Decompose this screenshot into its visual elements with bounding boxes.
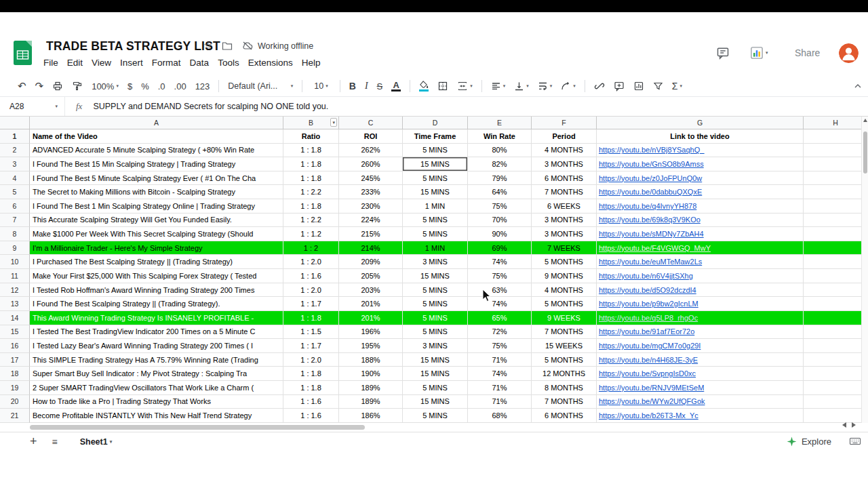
video-link[interactable]: https://youtu.be/0dabbuQXQxE	[599, 188, 702, 196]
explore-button[interactable]: Explore	[786, 436, 831, 447]
cell-B8[interactable]: 1 : 1.2	[283, 227, 339, 241]
row-header-18[interactable]: 18	[0, 367, 30, 381]
cell-D18[interactable]: 15 MINS	[403, 367, 468, 381]
cell-B16[interactable]: 1 : 1.7	[283, 339, 339, 353]
cell-E20[interactable]: 71%	[468, 395, 532, 409]
cell-C20[interactable]: 189%	[339, 395, 403, 409]
format-percent-button[interactable]: %	[141, 81, 149, 92]
cell-G10[interactable]: https://youtu.be/euMTeMaw2Ls	[597, 255, 804, 269]
hide-menus-button[interactable]	[853, 81, 863, 94]
row-header-14[interactable]: 14	[0, 311, 30, 325]
menu-file[interactable]: File	[43, 58, 58, 68]
cell-E8[interactable]: 90%	[468, 227, 532, 241]
menu-view[interactable]: View	[92, 58, 111, 68]
cell-H9[interactable]	[804, 241, 868, 256]
cell-F21[interactable]: 6 MONTHS	[532, 409, 597, 423]
print-button[interactable]	[52, 81, 63, 92]
cell-F20[interactable]: 7 MONTHS	[532, 395, 597, 409]
insights-chart-icon[interactable]: ▾	[750, 46, 768, 60]
cell-C16[interactable]: 195%	[339, 339, 403, 353]
cell-C5[interactable]: 233%	[339, 185, 403, 199]
row-header-10[interactable]: 10	[0, 255, 30, 269]
row-header-21[interactable]: 21	[0, 409, 30, 423]
cell-A5[interactable]: The Secret to Making Millions with Bitco…	[30, 185, 283, 199]
cell-A13[interactable]: I Found The Best Scalping Strategy || (T…	[30, 297, 283, 311]
redo-button[interactable]: ↷	[35, 80, 44, 92]
row-header-9[interactable]: 9	[0, 241, 30, 256]
create-filter-button[interactable]	[653, 81, 663, 91]
cell-H6[interactable]	[804, 199, 868, 214]
cell-C2[interactable]: 262%	[339, 144, 403, 158]
cell-H2[interactable]	[804, 144, 868, 158]
cell-D4[interactable]: 5 MINS	[403, 171, 468, 186]
horizontal-scroll-thumb[interactable]	[30, 425, 365, 430]
star-icon[interactable]: ☆	[203, 39, 212, 52]
column-header-F[interactable]: F	[532, 117, 597, 129]
video-link[interactable]: https://youtu.be/69k8q3V9KOo	[599, 216, 701, 224]
video-link[interactable]: https://youtu.be/q4IvnyYH878	[599, 202, 696, 210]
cell-D11[interactable]: 15 MINS	[403, 269, 468, 283]
borders-button[interactable]	[437, 81, 448, 92]
insert-chart-button[interactable]	[633, 81, 644, 92]
cell-G17[interactable]: https://youtu.be/n4H68JE-3yE	[597, 353, 804, 367]
cell-E19[interactable]: 71%	[468, 381, 532, 395]
row-header-17[interactable]: 17	[0, 353, 30, 367]
add-sheet-button[interactable]: +	[30, 434, 37, 449]
cell-C11[interactable]: 205%	[339, 269, 403, 283]
comment-history-icon[interactable]	[716, 46, 730, 62]
cell-F9[interactable]: 7 WEEKS	[532, 241, 597, 256]
cell-E12[interactable]: 63%	[468, 283, 532, 298]
cell-B14[interactable]: 1 : 1.8	[283, 311, 339, 325]
cell-C21[interactable]: 186%	[339, 409, 403, 423]
cell-B11[interactable]: 1 : 1.6	[283, 269, 339, 283]
cell-B21[interactable]: 1 : 1.6	[283, 409, 339, 423]
bold-button[interactable]: B	[349, 81, 356, 92]
cell-E16[interactable]: 75%	[468, 339, 532, 353]
cell-A12[interactable]: I Tested Rob Hoffman's Award Winning Tra…	[30, 283, 283, 298]
cell-G13[interactable]: https://youtu.be/p9bw2gIcnLM	[597, 297, 804, 311]
row-header-4[interactable]: 4	[0, 171, 30, 186]
cell-H12[interactable]	[804, 283, 868, 298]
column-header-D[interactable]: D	[403, 117, 468, 129]
cell-C10[interactable]: 209%	[339, 255, 403, 269]
cell-G6[interactable]: https://youtu.be/q4IvnyYH878	[597, 199, 804, 214]
cell-D15[interactable]: 5 MINS	[403, 325, 468, 340]
cell-B12[interactable]: 1 : 2.0	[283, 283, 339, 298]
text-wrap-button[interactable]: ▾	[538, 81, 553, 91]
menu-format[interactable]: Format	[152, 58, 181, 68]
row-header-19[interactable]: 19	[0, 381, 30, 395]
cell-G9[interactable]: https://youtu.be/F4VGWGQ_MwY	[597, 241, 804, 256]
cell-C17[interactable]: 188%	[339, 353, 403, 367]
cell-H4[interactable]	[804, 171, 868, 186]
cell-A15[interactable]: I Tested The Best TradingView Indicator …	[30, 325, 283, 340]
video-link[interactable]: https://youtu.be/n6V4jjtSXhg	[599, 272, 693, 280]
cell-E14[interactable]: 65%	[468, 311, 532, 325]
cell-D13[interactable]: 5 MINS	[403, 297, 468, 311]
cell-C14[interactable]: 201%	[339, 311, 403, 325]
strikethrough-button[interactable]: S	[377, 81, 383, 92]
video-link[interactable]: https://youtu.be/b26T3-Mx_Yc	[599, 411, 698, 420]
cell-F15[interactable]: 7 MONTHS	[532, 325, 597, 340]
cell-D17[interactable]: 15 MINS	[403, 353, 468, 367]
format-currency-button[interactable]: $	[127, 81, 132, 92]
cell-A3[interactable]: I Found The Best 15 Min Scalping Strateg…	[30, 157, 283, 171]
cell-A9[interactable]: I'm a Millionaire Trader - Here's My Sim…	[30, 241, 283, 256]
merge-cells-button[interactable]: ▾	[457, 81, 473, 92]
video-link[interactable]: https://youtu.be/nVBj8YSaqhQ_	[599, 146, 704, 154]
row-header-13[interactable]: 13	[0, 297, 30, 311]
cell-A6[interactable]: I Found The Best 1 Min Scalping Strategy…	[30, 199, 283, 214]
cell-B5[interactable]: 1 : 2.2	[283, 185, 339, 199]
cell-F3[interactable]: 3 MONTHS	[532, 157, 597, 171]
column-header-G[interactable]: G	[597, 117, 804, 129]
video-link[interactable]: https://youtu.be/euMTeMaw2Ls	[599, 258, 702, 266]
paint-format-button[interactable]	[72, 81, 83, 92]
cell-G14[interactable]: https://youtu.be/q5LP8_rhgOc	[597, 311, 804, 325]
column-header-A[interactable]: A	[30, 117, 283, 129]
column-b-filter-button[interactable]: ▾	[330, 118, 337, 127]
video-link[interactable]: https://youtu.be/RNJV9MEtSeM	[599, 384, 704, 392]
row-header-11[interactable]: 11	[0, 269, 30, 283]
name-box[interactable]: A28 ▾	[0, 97, 65, 116]
cell-C6[interactable]: 230%	[339, 199, 403, 214]
row-header-16[interactable]: 16	[0, 339, 30, 353]
scroll-left-arrow[interactable]	[842, 422, 846, 428]
